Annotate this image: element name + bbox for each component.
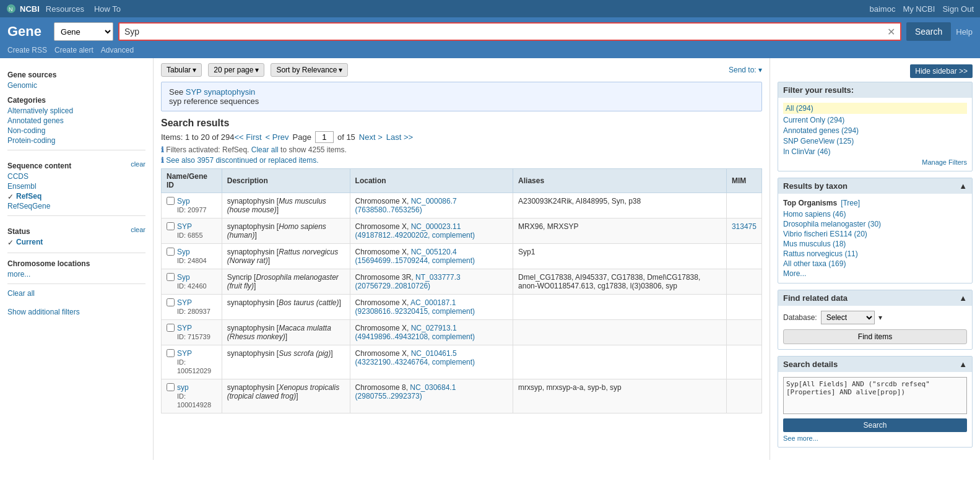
gene-name-link[interactable]: SYP bbox=[177, 324, 192, 332]
clear-all-filters-link[interactable]: Clear all bbox=[251, 145, 279, 154]
sort-button[interactable]: Sort by Relevance ▾ bbox=[271, 63, 348, 77]
location-link[interactable]: NC_005120.4 (15694699..15709244, complem… bbox=[355, 248, 475, 265]
sidebar-non-coding[interactable]: Non-coding bbox=[7, 126, 145, 135]
hide-sidebar-button[interactable]: Hide sidebar >> bbox=[910, 64, 973, 78]
location-link[interactable]: NC_000023.11 (49187812..49200202, comple… bbox=[355, 222, 475, 240]
location-link[interactable]: NC_030684.1 (2980755..2992373) bbox=[355, 383, 456, 400]
tabular-button[interactable]: Tabular ▾ bbox=[161, 63, 202, 77]
gene-name-link[interactable]: SYP bbox=[177, 298, 192, 307]
search-button[interactable]: Search bbox=[906, 22, 951, 41]
status-label: Status bbox=[7, 227, 30, 236]
ncbi-logo[interactable]: N NCBI bbox=[6, 4, 40, 14]
filter-current-only[interactable]: Current Only (294) bbox=[783, 116, 967, 124]
scroll-up-icon3[interactable]: ▲ bbox=[959, 360, 967, 369]
sidebar-annotated-genes[interactable]: Annotated genes bbox=[7, 116, 145, 125]
find-items-button[interactable]: Find items bbox=[783, 329, 967, 344]
username-link[interactable]: baimoc bbox=[869, 4, 895, 14]
create-rss-link[interactable]: Create RSS bbox=[7, 46, 47, 54]
top-organisms-header: Top Organisms [Tree] bbox=[783, 199, 967, 207]
filter-in-clinvar[interactable]: In ClinVar (46) bbox=[783, 147, 967, 156]
mim-link[interactable]: 313475 bbox=[732, 222, 757, 231]
filter-annotated-genes[interactable]: Annotated genes (294) bbox=[783, 126, 967, 135]
gene-name-link[interactable]: SYP bbox=[177, 222, 192, 231]
database-select[interactable]: Gene PubMed Nucleotide Protein Structure… bbox=[54, 22, 113, 41]
sidebar-ccds[interactable]: CCDS bbox=[7, 172, 145, 181]
search-details-section: Search details ▲ Syp[All Fields] AND ("s… bbox=[778, 356, 973, 448]
description-cell: synaptophysin [Bos taurus (cattle)] bbox=[222, 295, 350, 320]
per-page-button[interactable]: 20 per page ▾ bbox=[208, 63, 264, 77]
status-clear-link[interactable]: clear bbox=[131, 226, 145, 233]
send-to-link[interactable]: Send to: ▾ bbox=[729, 66, 762, 74]
taxon-mus-musculus[interactable]: Mus musculus (18) bbox=[783, 240, 967, 248]
prev-page-link[interactable]: < Prev bbox=[266, 132, 289, 142]
resources-nav-link[interactable]: Resources bbox=[46, 4, 84, 14]
last-page-link[interactable]: Last >> bbox=[386, 132, 413, 142]
sign-out-link[interactable]: Sign Out bbox=[942, 4, 974, 14]
sort-chevron-icon: ▾ bbox=[339, 66, 342, 74]
sidebar-genomic[interactable]: Genomic bbox=[7, 81, 145, 90]
scroll-up-icon[interactable]: ▲ bbox=[959, 181, 967, 191]
sidebar-refseqgene[interactable]: RefSeqGene bbox=[7, 202, 145, 210]
sequence-clear-link[interactable]: clear bbox=[131, 160, 145, 168]
search-details-textarea[interactable]: Syp[All Fields] AND ("srcdb refseq"[Prop… bbox=[783, 377, 967, 414]
row-checkbox[interactable] bbox=[167, 248, 175, 256]
row-checkbox[interactable] bbox=[167, 383, 175, 391]
content-area: Tabular ▾ 20 per page ▾ Sort by Relevanc… bbox=[154, 58, 770, 460]
next-page-link[interactable]: Next > bbox=[359, 132, 383, 142]
filter-all[interactable]: All (294) bbox=[783, 103, 967, 114]
help-link[interactable]: Help bbox=[956, 27, 973, 37]
first-page-link[interactable]: << First bbox=[235, 132, 262, 142]
row-checkbox[interactable] bbox=[167, 349, 175, 357]
row-checkbox[interactable] bbox=[167, 273, 175, 281]
see-more-link[interactable]: See more... bbox=[783, 435, 967, 442]
aliases-cell: A230093K24Rik, AI848995, Syn, p38 bbox=[513, 193, 727, 219]
gene-name-link[interactable]: syp bbox=[177, 383, 189, 392]
search-details-search-button[interactable]: Search bbox=[783, 418, 967, 432]
sidebar-alt-spliced[interactable]: Alternatively spliced bbox=[7, 106, 145, 115]
search-input[interactable] bbox=[122, 27, 885, 37]
gene-name-link[interactable]: SYP bbox=[177, 349, 192, 358]
sidebar-refseq[interactable]: RefSeq bbox=[16, 192, 41, 201]
taxon-homo-sapiens[interactable]: Homo sapiens (46) bbox=[783, 210, 967, 219]
mim-cell bbox=[726, 244, 761, 269]
location-link[interactable]: NT_033777.3 (20756729..20810726) bbox=[355, 273, 461, 290]
row-checkbox[interactable] bbox=[167, 197, 175, 205]
taxon-more-link[interactable]: More... bbox=[783, 269, 806, 278]
location-link[interactable]: AC_000187.1 (92308616..92320415, complem… bbox=[355, 298, 475, 316]
gene-name-link[interactable]: Syp bbox=[177, 197, 190, 206]
chromosome-more-link[interactable]: more... bbox=[7, 270, 30, 279]
filter-snp-geneview[interactable]: SNP GeneView (125) bbox=[783, 137, 967, 145]
advanced-link[interactable]: Advanced bbox=[101, 46, 134, 54]
row-checkbox[interactable] bbox=[167, 324, 175, 332]
row-checkbox[interactable] bbox=[167, 222, 175, 230]
create-alert-link[interactable]: Create alert bbox=[54, 46, 93, 54]
gene-id: ID: 20977 bbox=[177, 206, 207, 214]
how-to-nav-link[interactable]: How To bbox=[94, 4, 121, 14]
clear-search-button[interactable]: ✕ bbox=[885, 26, 898, 38]
manage-filters-link[interactable]: Manage Filters bbox=[783, 158, 967, 166]
taxon-all-other[interactable]: All other taxa (169) bbox=[783, 259, 967, 268]
location-link[interactable]: NC_010461.5 (43232190..43246764, complem… bbox=[355, 349, 475, 366]
gene-name-link[interactable]: Syp bbox=[177, 248, 190, 256]
taxon-drosophila[interactable]: Drosophila melanogaster (30) bbox=[783, 220, 967, 228]
show-filters-link[interactable]: Show additional filters bbox=[7, 308, 145, 316]
location-cell: Chromosome X, NC_000086.7 (7638580..7653… bbox=[350, 193, 513, 219]
syp-link[interactable]: SYP synaptophysin bbox=[186, 87, 256, 97]
sidebar-ensembl[interactable]: Ensembl bbox=[7, 182, 145, 191]
location-link[interactable]: NC_027913.1 (49419896..49432108, complem… bbox=[355, 324, 475, 341]
tree-link[interactable]: [Tree] bbox=[841, 199, 860, 207]
location-link[interactable]: NC_000086.7 (7638580..7653256) bbox=[355, 197, 457, 214]
row-checkbox[interactable] bbox=[167, 298, 175, 306]
my-ncbi-link[interactable]: My NCBI bbox=[903, 4, 935, 14]
sidebar-current[interactable]: Current bbox=[16, 238, 43, 246]
gene-name-link[interactable]: Syp bbox=[177, 273, 190, 282]
taxon-rattus[interactable]: Rattus norvegicus (11) bbox=[783, 249, 967, 258]
sidebar-protein-coding[interactable]: Protein-coding bbox=[7, 136, 145, 145]
taxon-vibrio[interactable]: Vibrio fischeri ES114 (20) bbox=[783, 230, 967, 238]
page-input[interactable] bbox=[315, 131, 334, 143]
scroll-up-icon2[interactable]: ▲ bbox=[959, 293, 967, 303]
related-db-select[interactable]: Select PubMed Nucleotide Protein Structu… bbox=[821, 311, 875, 324]
clear-all-link[interactable]: Clear all bbox=[7, 289, 145, 298]
find-related-body: Database: Select PubMed Nucleotide Prote… bbox=[778, 306, 972, 349]
discontinued-link[interactable]: See also 3957 discontinued or replaced i… bbox=[166, 156, 318, 165]
